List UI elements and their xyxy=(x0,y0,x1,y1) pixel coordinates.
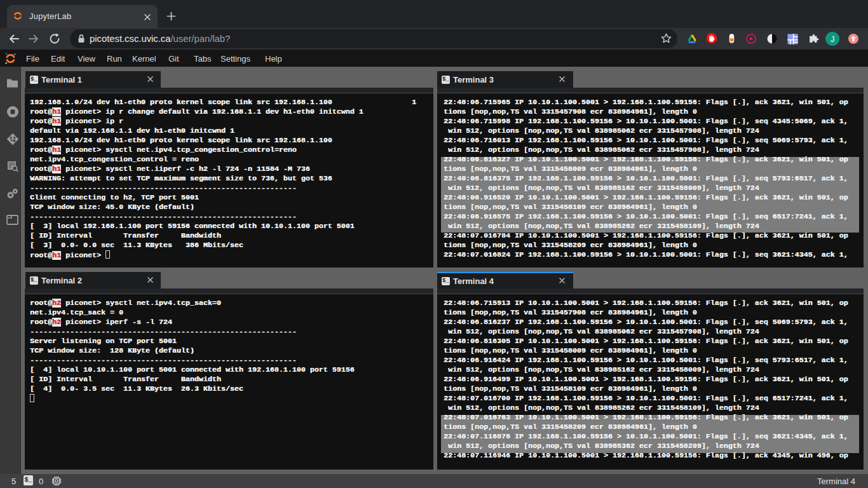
svg-text:J: J xyxy=(831,35,834,44)
